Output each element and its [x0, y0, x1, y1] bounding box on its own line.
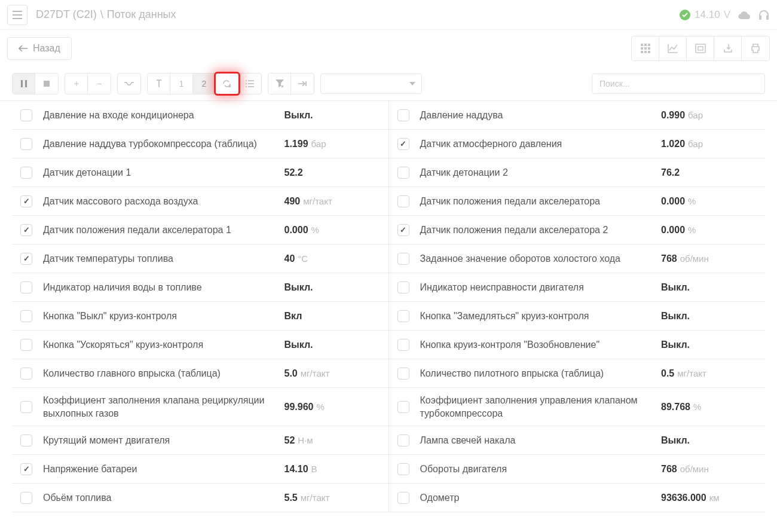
graph-button[interactable] — [659, 36, 687, 60]
row-checkbox[interactable] — [397, 435, 409, 447]
data-row[interactable]: Датчик атмосферного давления1.020бар — [389, 130, 766, 158]
filter-x-icon — [276, 80, 284, 88]
data-row[interactable]: Индикатор неисправности двигателяВыкл. — [389, 273, 766, 302]
headphones-icon[interactable] — [758, 9, 770, 21]
row-checkbox[interactable] — [397, 224, 409, 236]
row-checkbox[interactable] — [397, 195, 409, 207]
back-button[interactable]: Назад — [7, 37, 72, 60]
row-checkbox[interactable] — [397, 138, 409, 150]
value-number: 76.2 — [661, 167, 680, 178]
parameter-value: 5.0мг/такт — [285, 368, 380, 379]
data-row[interactable]: Датчик положения педали акселератора 10.… — [12, 216, 389, 244]
column-1-button[interactable]: 1 — [170, 74, 193, 94]
wave-button[interactable] — [118, 74, 140, 94]
data-row[interactable]: Коэффициент заполнения управления клапан… — [389, 388, 766, 426]
data-row[interactable]: Заданное значение оборотов холостого ход… — [389, 244, 766, 273]
value-number: 93636.000 — [661, 493, 706, 503]
row-checkbox[interactable] — [397, 282, 409, 293]
svg-rect-13 — [25, 80, 27, 87]
row-checkbox[interactable] — [20, 368, 32, 380]
filter-clear-button[interactable] — [268, 74, 291, 94]
data-row[interactable]: Лампа свечей накалаВыкл. — [389, 426, 766, 455]
parameter-label: Датчик массового расхода воздуха — [43, 195, 285, 208]
row-checkbox[interactable] — [397, 253, 409, 265]
grid-view-button[interactable] — [632, 36, 659, 60]
parameter-value: 490мг/такт — [285, 196, 380, 207]
value-unit: об/мин — [680, 253, 709, 264]
row-checkbox[interactable] — [20, 138, 32, 150]
row-checkbox[interactable] — [397, 463, 409, 475]
parameter-label: Кнопка "Замедляться" круиз-контроля — [420, 310, 662, 323]
refresh-cancel-button[interactable] — [216, 74, 238, 94]
data-row[interactable]: Давление наддува0.990бар — [389, 101, 766, 130]
row-checkbox[interactable] — [397, 339, 409, 351]
parameter-label: Датчик положения педали акселератора 1 — [43, 224, 285, 237]
data-row[interactable]: Индикатор наличия воды в топливеВыкл. — [12, 273, 389, 302]
row-checkbox[interactable] — [20, 492, 32, 504]
plus-button[interactable]: ＋ — [65, 74, 88, 94]
data-row[interactable]: Датчик детонации 152.2 — [12, 158, 389, 187]
parameter-label: Датчик атмосферного давления — [420, 137, 662, 151]
row-checkbox[interactable] — [397, 401, 409, 413]
stop-button[interactable] — [35, 74, 58, 94]
row-checkbox[interactable] — [20, 401, 32, 413]
row-checkbox[interactable] — [397, 167, 409, 179]
row-checkbox[interactable] — [397, 492, 409, 504]
data-row[interactable]: Напряжение батареи14.10В — [12, 455, 389, 484]
svg-rect-7 — [641, 51, 643, 53]
row-checkbox[interactable] — [20, 435, 32, 447]
cloud-icon[interactable] — [738, 10, 751, 20]
row-checkbox[interactable] — [20, 253, 32, 265]
data-row[interactable]: Крутящий момент двигателя52Н·м — [12, 426, 389, 455]
row-checkbox[interactable] — [20, 167, 32, 179]
dropdown-selector[interactable] — [320, 74, 422, 94]
minus-button[interactable]: − — [88, 74, 111, 94]
data-row[interactable]: Датчик положения педали акселератора 20.… — [389, 216, 766, 244]
hamburger-menu-button[interactable] — [7, 5, 27, 25]
data-row[interactable]: Кнопка круиз-контроля "Возобновление"Вык… — [389, 331, 766, 359]
row-checkbox[interactable] — [20, 195, 32, 207]
row-checkbox[interactable] — [20, 339, 32, 351]
data-row[interactable]: Кнопка "Замедляться" круиз-контроляВыкл. — [389, 302, 766, 331]
data-row[interactable]: Датчик положения педали акселератора0.00… — [389, 187, 766, 216]
data-row[interactable]: Обьём топлива5.5мг/такт — [12, 484, 389, 512]
data-row[interactable]: Датчик детонации 276.2 — [389, 158, 766, 187]
row-checkbox[interactable] — [20, 224, 32, 236]
text-orientation-button[interactable] — [148, 74, 170, 94]
value-unit: мг/такт — [301, 368, 330, 378]
row-checkbox[interactable] — [20, 463, 32, 475]
data-row[interactable]: Давление на входе кондиционераВыкл. — [12, 101, 389, 130]
export-button[interactable] — [714, 36, 742, 60]
data-row[interactable]: Количество пилотного впрыска (таблица)0.… — [389, 359, 766, 388]
svg-rect-1 — [641, 44, 643, 46]
parameter-label: Обьём топлива — [43, 491, 285, 505]
column-2-button[interactable]: 2 — [193, 74, 216, 94]
data-row[interactable]: Датчик массового расхода воздуха490мг/та… — [12, 187, 389, 216]
data-row[interactable]: Датчик температуры топлива40°C — [12, 244, 389, 273]
row-checkbox[interactable] — [20, 109, 32, 121]
row-checkbox[interactable] — [20, 282, 32, 293]
svg-rect-14 — [44, 81, 50, 87]
forward-button[interactable] — [291, 74, 314, 94]
list-button[interactable] — [238, 74, 261, 94]
row-checkbox[interactable] — [397, 109, 409, 121]
data-row[interactable]: Количество главного впрыска (таблица)5.0… — [12, 359, 389, 388]
search-input[interactable] — [592, 74, 765, 94]
data-row[interactable]: Обороты двигателя768об/мин — [389, 455, 766, 484]
parameter-value: 0.990бар — [661, 110, 757, 121]
row-checkbox[interactable] — [397, 368, 409, 380]
pause-button[interactable] — [13, 74, 35, 94]
chevron-down-icon — [409, 82, 415, 85]
parameter-value: 768об/мин — [661, 253, 757, 264]
data-row[interactable]: Кнопка "Выкл" круиз-контроляВкл — [12, 302, 389, 331]
data-row[interactable]: Давление наддува турбокомпрессора (табли… — [12, 130, 389, 158]
row-checkbox[interactable] — [20, 310, 32, 322]
data-row[interactable]: Кнопка "Ускоряться" круиз-контроляВыкл. — [12, 331, 389, 359]
data-row[interactable]: Коэффициент заполнения клапана рециркуля… — [12, 388, 389, 426]
row-checkbox[interactable] — [397, 310, 409, 322]
grid-icon — [641, 44, 650, 53]
print-button[interactable] — [742, 36, 769, 60]
frame-button[interactable] — [687, 36, 714, 60]
data-row[interactable]: Одометр93636.000км — [389, 484, 766, 512]
value-number: 1.199 — [285, 139, 308, 149]
